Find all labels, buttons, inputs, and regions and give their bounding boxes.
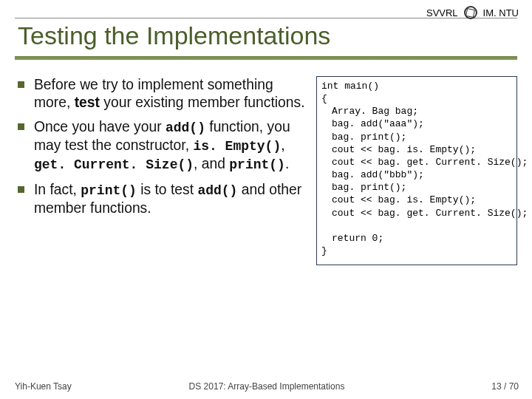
page-number: 13 / 70 xyxy=(491,381,519,392)
code-text: print() xyxy=(81,183,137,198)
logo-icon xyxy=(464,6,477,19)
text: , and xyxy=(194,156,229,171)
lab-name: SVVRL xyxy=(426,7,458,18)
bold-text: test xyxy=(75,95,100,110)
code-text: add() xyxy=(166,120,205,135)
slide: SVVRL IM. NTU Testing the Implementation… xyxy=(0,0,532,399)
header: SVVRL IM. NTU xyxy=(426,6,519,19)
code-line: bag. add("aaa"); xyxy=(321,117,512,130)
code-line: { xyxy=(321,93,327,104)
code-line: return 0; xyxy=(321,232,512,245)
code-line: bag. print(); xyxy=(321,181,512,194)
code-line: cout << bag. is. Empty(); xyxy=(321,194,512,206)
title-rule xyxy=(15,56,517,59)
footer-course: DS 2017: Array-Based Implementations xyxy=(15,381,519,392)
code-line: bag. print(); xyxy=(321,131,512,143)
text: , xyxy=(281,137,284,153)
code-text: add() xyxy=(197,183,237,198)
code-line: int main() xyxy=(321,81,379,92)
title-area: Testing the Implementations xyxy=(15,18,517,60)
footer-author: Yih-Kuen Tsay xyxy=(15,381,72,392)
code-line: Array. Bag bag; xyxy=(321,105,512,117)
bullet-item: Before we try to implement something mor… xyxy=(15,76,306,111)
code-line: cout << bag. get. Current. Size(); xyxy=(321,207,512,219)
code-box: int main() { Array. Bag bag;bag. add("aa… xyxy=(316,76,517,265)
body: Before we try to implement something mor… xyxy=(15,76,517,265)
code-line: cout << bag. is. Empty(); xyxy=(321,143,512,156)
code-text: is. Empty() xyxy=(193,139,281,154)
text: Once you have your xyxy=(34,119,166,134)
text: is to test xyxy=(137,182,198,197)
bullet-item: In fact, print() is to test add() and ot… xyxy=(15,181,306,216)
text: your existing member functions. xyxy=(100,95,305,110)
org-name: IM. NTU xyxy=(483,7,519,18)
footer: Yih-Kuen Tsay DS 2017: Array-Based Imple… xyxy=(15,381,519,392)
bullet-item: Once you have your add() function, you m… xyxy=(15,118,306,174)
page-title: Testing the Implementations xyxy=(15,18,517,58)
bullet-column: Before we try to implement something mor… xyxy=(15,76,306,265)
code-column: int main() { Array. Bag bag;bag. add("aa… xyxy=(316,76,517,265)
code-line: cout << bag. get. Current. Size(); xyxy=(321,156,512,168)
code-line: } xyxy=(321,245,327,256)
text: . xyxy=(285,156,289,171)
code-line: bag. add("bbb"); xyxy=(321,168,512,181)
code-text: get. Current. Size() xyxy=(34,157,194,172)
code-text: print() xyxy=(229,157,285,172)
text: In fact, xyxy=(34,182,81,197)
